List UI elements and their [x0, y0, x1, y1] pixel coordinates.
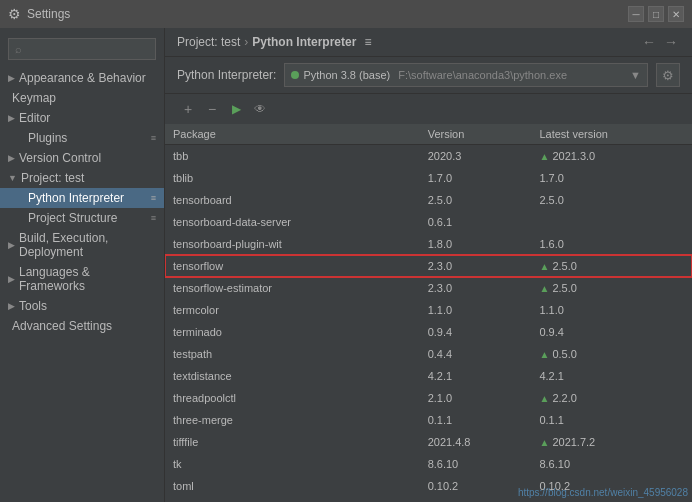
sidebar-item-label: Appearance & Behavior [19, 71, 146, 85]
sidebar-item-advanced-settings[interactable]: Advanced Settings [0, 316, 164, 336]
interpreter-settings-button[interactable]: ⚙ [656, 63, 680, 87]
interpreter-label: Python Interpreter: [177, 68, 276, 82]
package-latest-version: 2.5.0 [531, 189, 692, 211]
package-name: tensorboard-data-server [165, 211, 420, 233]
eye-button[interactable]: 👁 [249, 98, 271, 120]
maximize-button[interactable]: □ [648, 6, 664, 22]
close-button[interactable]: ✕ [668, 6, 684, 22]
package-name: tk [165, 453, 420, 475]
package-version: 2020.3 [420, 145, 532, 167]
package-name: textdistance [165, 365, 420, 387]
search-input[interactable] [8, 38, 156, 60]
table-row[interactable]: tblib1.7.01.7.0 [165, 167, 692, 189]
badge-icon: ≡ [151, 213, 156, 223]
interpreter-select-text: Python 3.8 (base) F:\software\anaconda3\… [291, 69, 567, 81]
table-row[interactable]: testpath0.4.4▲ 0.5.0 [165, 343, 692, 365]
sidebar-item-plugins[interactable]: Plugins ≡ [0, 128, 164, 148]
sidebar-item-project-test[interactable]: ▼ Project: test [0, 168, 164, 188]
package-name: tensorboard-plugin-wit [165, 233, 420, 255]
package-name: tbb [165, 145, 420, 167]
table-row[interactable]: tensorboard-plugin-wit1.8.01.6.0 [165, 233, 692, 255]
col-latest: Latest version [531, 124, 692, 145]
package-latest-version: ▲ 2021.3.0 [531, 145, 692, 167]
package-version: 8.6.10 [420, 453, 532, 475]
table-row[interactable]: tensorboard-data-server0.6.1 [165, 211, 692, 233]
remove-package-button[interactable]: − [201, 98, 223, 120]
sidebar-item-editor[interactable]: ▶ Editor [0, 108, 164, 128]
badge-icon: ≡ [151, 133, 156, 143]
package-version: 4.2.1 [420, 365, 532, 387]
title-bar-title: Settings [27, 7, 70, 21]
sidebar-item-build-execution[interactable]: ▶ Build, Execution, Deployment [0, 228, 164, 262]
minimize-button[interactable]: ─ [628, 6, 644, 22]
package-name: threadpoolctl [165, 387, 420, 409]
package-name: tensorflow [165, 255, 420, 277]
table-row[interactable]: tbb2020.3▲ 2021.3.0 [165, 145, 692, 167]
table-header-row: Package Version Latest version [165, 124, 692, 145]
package-name: terminado [165, 321, 420, 343]
apply-button[interactable]: ▶ [225, 98, 247, 120]
settings-icon: ⚙ [8, 6, 21, 22]
python-status-dot [291, 71, 299, 79]
package-latest-version: ▲ 2.5.0 [531, 255, 692, 277]
chevron-right-icon: ▶ [8, 301, 15, 311]
package-latest-version: 0.9.4 [531, 321, 692, 343]
package-latest-version: 4.2.1 [531, 365, 692, 387]
table-row[interactable]: tensorboard2.5.02.5.0 [165, 189, 692, 211]
title-bar: ⚙ Settings ─ □ ✕ [0, 0, 692, 28]
package-name: three-merge [165, 409, 420, 431]
sidebar-item-version-control[interactable]: ▶ Version Control [0, 148, 164, 168]
sidebar: ▶ Appearance & Behavior Keymap ▶ Editor … [0, 28, 165, 502]
chevron-right-icon: ▶ [8, 153, 15, 163]
sidebar-item-tools[interactable]: ▶ Tools [0, 296, 164, 316]
package-version: 0.10.2 [420, 475, 532, 497]
interpreter-value: Python 3.8 (base) [303, 69, 390, 81]
package-name: tblib [165, 167, 420, 189]
table-row[interactable]: textdistance4.2.14.2.1 [165, 365, 692, 387]
search-box [0, 34, 164, 64]
sidebar-item-appearance[interactable]: ▶ Appearance & Behavior [0, 68, 164, 88]
package-name: testpath [165, 343, 420, 365]
table-row[interactable]: termcolor1.1.01.1.0 [165, 299, 692, 321]
package-name: toolz [165, 497, 420, 503]
main-content: ▶ Appearance & Behavior Keymap ▶ Editor … [0, 28, 692, 502]
package-version: 0.11.1 [420, 497, 532, 503]
package-latest-version: 1.6.0 [531, 233, 692, 255]
table-row[interactable]: tensorflow2.3.0▲ 2.5.0 [165, 255, 692, 277]
packages-table[interactable]: Package Version Latest version tbb2020.3… [165, 124, 692, 502]
sidebar-item-languages[interactable]: ▶ Languages & Frameworks [0, 262, 164, 296]
table-row[interactable]: tifffile2021.4.8▲ 2021.7.2 [165, 431, 692, 453]
chevron-down-icon: ▼ [630, 69, 641, 81]
sidebar-item-project-structure[interactable]: Project Structure ≡ [0, 208, 164, 228]
package-name: toml [165, 475, 420, 497]
table-row[interactable]: threadpoolctl2.1.0▲ 2.2.0 [165, 387, 692, 409]
package-latest-version: ▲ 2.5.0 [531, 277, 692, 299]
package-name: tensorboard [165, 189, 420, 211]
sidebar-item-keymap[interactable]: Keymap [0, 88, 164, 108]
col-package: Package [165, 124, 420, 145]
col-version: Version [420, 124, 532, 145]
title-bar-left: ⚙ Settings [8, 6, 70, 22]
table-row[interactable]: terminado0.9.40.9.4 [165, 321, 692, 343]
sidebar-item-python-interpreter[interactable]: Python Interpreter ≡ [0, 188, 164, 208]
sidebar-item-label: Python Interpreter [28, 191, 124, 205]
sidebar-item-label: Project Structure [28, 211, 117, 225]
nav-back-button[interactable]: ← [640, 34, 658, 50]
chevron-right-icon: ▶ [8, 240, 15, 250]
table-row[interactable]: three-merge0.1.10.1.1 [165, 409, 692, 431]
package-latest-version: 8.6.10 [531, 453, 692, 475]
settings-window: ⚙ Settings ─ □ ✕ ▶ Appearance & Behavior… [0, 0, 692, 502]
nav-forward-button[interactable]: → [662, 34, 680, 50]
sidebar-item-label: Tools [19, 299, 47, 313]
package-latest-version: ▲ 2.2.0 [531, 387, 692, 409]
chevron-down-icon: ▼ [8, 173, 17, 183]
package-version: 1.7.0 [420, 167, 532, 189]
table-row[interactable]: tk8.6.108.6.10 [165, 453, 692, 475]
sidebar-item-label: Advanced Settings [12, 319, 112, 333]
breadcrumb-bar: Project: test › Python Interpreter ≡ ← → [165, 28, 692, 57]
add-package-button[interactable]: + [177, 98, 199, 120]
package-version: 1.8.0 [420, 233, 532, 255]
table-row[interactable]: tensorflow-estimator2.3.0▲ 2.5.0 [165, 277, 692, 299]
interpreter-select[interactable]: Python 3.8 (base) F:\software\anaconda3\… [284, 63, 648, 87]
package-version: 0.4.4 [420, 343, 532, 365]
